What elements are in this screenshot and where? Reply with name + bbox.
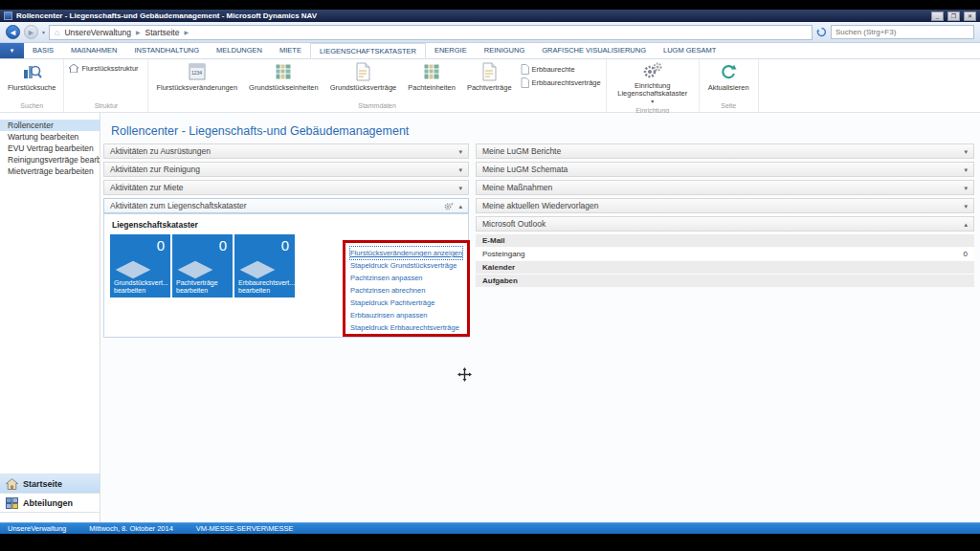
nav-item-evu-vertrag-bearbeiten[interactable]: EVU Vertrag bearbeiten	[0, 143, 100, 154]
address-bar: ◄ ► ▾ ⌂ UnsereVerwaltung ▶ Startseite ▶	[0, 22, 980, 43]
grid-icon	[422, 62, 441, 81]
grundstuecksvertraege-button[interactable]: Grundstücksverträge	[327, 61, 400, 93]
pachtvertraege-button[interactable]: Pachtverträge	[464, 61, 515, 93]
link-stapeldruck-erbbaurechtsvertraege[interactable]: Stapeldruck Erbbaurechtsverträge	[350, 321, 462, 334]
navigation-pane: Rollencenter Wartung bearbeiten EVU Vert…	[0, 113, 100, 522]
minimize-button[interactable]: _	[931, 11, 944, 21]
breadcrumb: ⌂ UnsereVerwaltung ▶ Startseite ▶	[49, 25, 813, 40]
activities-column: Aktivitäten zu Ausrüstungen Aktivitäten …	[103, 143, 469, 338]
tab-basis[interactable]: BASIS	[24, 43, 62, 58]
inbox-count: 0	[964, 250, 968, 258]
chevron-down-icon	[964, 201, 968, 210]
cue-count: 0	[281, 237, 289, 253]
pachteinheiten-button[interactable]: Pachteinheiten	[405, 61, 458, 93]
tab-meldungen[interactable]: MELDUNGEN	[208, 43, 271, 58]
breadcrumb-separator-icon: ▶	[136, 29, 141, 35]
section-aktivitaeten-miete[interactable]: Aktivitäten zur Miete	[103, 180, 469, 195]
chevron-down-icon	[458, 183, 462, 192]
home-icon	[6, 478, 18, 490]
nav-item-mietvertraege-bearbeiten[interactable]: Mietverträge bearbeiten	[0, 165, 100, 177]
section-microsoft-outlook[interactable]: Microsoft Outlook	[476, 216, 974, 231]
document-icon	[480, 62, 498, 81]
navigation-pane-options-button[interactable]: ▾	[0, 512, 100, 522]
flurstuecksstruktur-button[interactable]: Flurstücksstruktur	[69, 61, 138, 73]
tab-massnahmen[interactable]: MAßNAHMEN	[62, 43, 125, 58]
close-button[interactable]: ✕	[964, 11, 976, 21]
nav-button-abteilungen[interactable]: Abteilungen	[0, 493, 100, 512]
chart-search-icon	[21, 62, 42, 81]
erbbaurechte-button[interactable]: Erbbaurechte	[521, 64, 601, 75]
cue-pachtvertraege-bearbeiten[interactable]: 0 Pachtverträge bearbeiten	[172, 234, 233, 298]
status-server: VM-MESSE-SERVER\MESSE	[196, 524, 294, 533]
cue-count: 0	[219, 237, 227, 253]
section-aktivitaeten-liegenschaftskataster[interactable]: Aktivitäten zum Liegenschaftskataster	[103, 198, 469, 213]
tab-miete[interactable]: MIETE	[271, 43, 310, 58]
breadcrumb-page[interactable]: Startseite	[145, 28, 180, 37]
role-center-content: Rollencenter - Liegenschafts-und Gebäude…	[101, 113, 980, 522]
customize-gear-icon[interactable]	[444, 202, 454, 210]
link-stapeldruck-pachtvertraege[interactable]: Stapeldruck Pachtverträge	[350, 297, 462, 309]
application-window: Rollencenter - Liegenschafts-und Gebäude…	[0, 10, 980, 534]
outlook-inbox-row[interactable]: Posteingang 0	[476, 248, 974, 260]
erbbaurechtsvertraege-button[interactable]: Erbbaurechtsverträge	[521, 77, 601, 88]
tab-lugm-gesamt[interactable]: LUGM GESAMT	[655, 43, 724, 58]
section-meine-lugm-berichte[interactable]: Meine LuGM Berichte	[476, 143, 974, 159]
tab-reinigung[interactable]: REINIGUNG	[476, 43, 534, 58]
cue-stack-icon	[178, 261, 213, 278]
cue-group-title: Liegenschaftskataster	[112, 220, 198, 230]
chevron-down-icon	[964, 165, 968, 174]
flurstuecksveraenderungen-button[interactable]: 1234 Flurstücksveränderungen	[153, 61, 240, 93]
search-input[interactable]	[831, 25, 974, 39]
link-erbbauzinsen-anpassen[interactable]: Erbbauzinsen anpassen	[350, 309, 462, 321]
status-date: Mittwoch, 8. Oktober 2014	[89, 524, 173, 533]
outlook-calendar-header[interactable]: Kalender	[476, 261, 974, 274]
link-flurstuecksveraenderungen-anzeigen[interactable]: Flurstücksveränderungen anzeigen	[350, 247, 462, 259]
cue-grundstuecksvertraege-bearbeiten[interactable]: 0 Grundstücksvert... bearbeiten	[110, 234, 170, 298]
link-pachtzinsen-anpassen[interactable]: Pachtzinsen anpassen	[350, 272, 462, 284]
tab-instandhaltung[interactable]: INSTANDHALTUNG	[125, 43, 208, 58]
refresh-page-icon[interactable]	[816, 24, 827, 41]
cue-label: Pachtverträge bearbeiten	[176, 279, 231, 295]
grundstueckseinheiten-button[interactable]: Grundstückseinheiten	[246, 61, 322, 93]
page-title: Rollencenter - Liegenschafts-und Gebäude…	[111, 124, 409, 138]
application-menu-button[interactable]	[0, 43, 24, 58]
ribbon-group-stammdaten: 1234 Flurstücksveränderungen Grundstücks…	[148, 59, 606, 112]
mouse-cursor-move-icon	[457, 367, 472, 382]
ribbon: Flurstücksuche Suchen Flurstücksstruktur…	[0, 59, 980, 113]
grid-icon	[274, 62, 293, 81]
cue-erbbaurechtsvertraege-bearbeiten[interactable]: 0 Erbbaurechtsvert... bearbeiten	[234, 234, 295, 298]
back-button[interactable]: ◄	[6, 25, 20, 39]
aktualisieren-button[interactable]: Aktualisieren	[705, 61, 752, 93]
link-stapeldruck-grundstuecksvertraege[interactable]: Stapeldruck Grundstücksverträge	[350, 259, 462, 272]
ribbon-group-suchen: Flurstücksuche Suchen	[0, 59, 64, 112]
nav-button-startseite[interactable]: Startseite	[0, 474, 100, 493]
document-icon	[521, 77, 529, 88]
outlook-email-header[interactable]: E-Mail	[476, 234, 974, 247]
cue-stack-icon	[116, 261, 151, 278]
breadcrumb-separator-icon: ▶	[184, 29, 189, 35]
section-meine-aktuellen-wiedervorlagen[interactable]: Meine aktuellen Wiedervorlagen	[476, 198, 974, 213]
home-icon	[69, 64, 78, 73]
nav-item-rollencenter[interactable]: Rollencenter	[0, 120, 100, 131]
tab-grafische-visualisierung[interactable]: GRAFISCHE VISUALISIERUNG	[533, 43, 655, 58]
status-company[interactable]: UnsereVerwaltung	[8, 524, 66, 533]
outlook-tasks-header[interactable]: Aufgaben	[476, 275, 974, 287]
nav-item-wartung-bearbeiten[interactable]: Wartung bearbeiten	[0, 131, 100, 143]
section-meine-lugm-schemata[interactable]: Meine LuGM Schemata	[476, 162, 974, 177]
forward-button[interactable]: ►	[24, 25, 38, 39]
section-aktivitaeten-ausruestungen[interactable]: Aktivitäten zu Ausrüstungen	[103, 143, 469, 159]
app-icon	[4, 11, 12, 20]
section-meine-massnahmen[interactable]: Meine Maßnahmen	[476, 180, 974, 195]
breadcrumb-root[interactable]: UnsereVerwaltung	[64, 28, 130, 37]
cue-label: Grundstücksvert... bearbeiten	[114, 279, 168, 295]
section-aktivitaeten-reinigung[interactable]: Aktivitäten zur Reinigung	[103, 162, 469, 177]
tab-energie[interactable]: ENERGIE	[426, 43, 476, 58]
history-dropdown-icon[interactable]: ▾	[42, 29, 45, 35]
link-pachtzinsen-abrechnen[interactable]: Pachtzinsen abrechnen	[350, 284, 462, 297]
flurstuecksuche-button[interactable]: Flurstücksuche	[5, 61, 58, 93]
einrichtung-liegenschaftskataster-button[interactable]: Einrichtung Liegenschaftskataster	[612, 61, 694, 106]
cue-stack-icon	[240, 261, 276, 278]
restore-button[interactable]: ❐	[947, 11, 960, 21]
nav-item-reinigungsvertraege-bearbeiten[interactable]: Reinigungsverträge bearb...	[0, 154, 100, 165]
tab-liegenschaftskataster[interactable]: LIEGENSCHAFTSKATASTER	[310, 43, 426, 58]
